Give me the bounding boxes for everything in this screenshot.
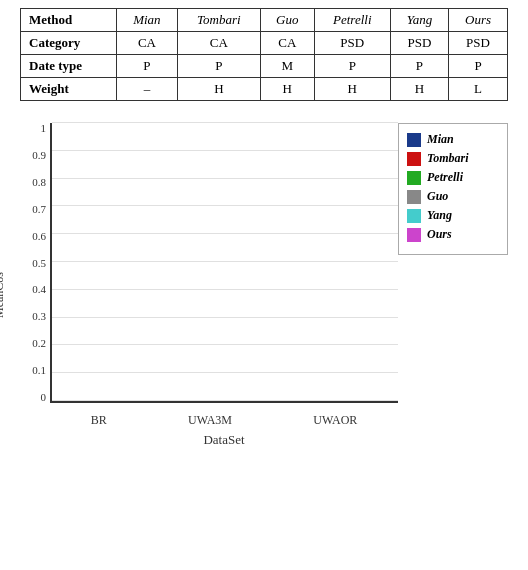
legend-color-swatch [407, 171, 421, 185]
legend-label: Petrelli [427, 170, 463, 185]
table-cell: PSD [314, 32, 390, 55]
chart-legend: MianTombariPetrelliGuoYangOurs [398, 123, 508, 255]
legend-color-swatch [407, 209, 421, 223]
table-section: MethodMianTombariGuoPetrelliYangOurs Cat… [0, 0, 528, 113]
table-row: CategoryCACACAPSDPSDPSD [21, 32, 508, 55]
table-cell: H [390, 78, 448, 101]
table-col-header-5: Yang [390, 9, 448, 32]
legend-color-swatch [407, 133, 421, 147]
x-label: BR [91, 413, 107, 428]
table-row-label: Category [21, 32, 117, 55]
chart-section: 00.10.20.30.40.50.60.70.80.91 MeanCos BR… [0, 113, 528, 473]
table-cell: M [260, 55, 314, 78]
table-cell: CA [177, 32, 260, 55]
table-cell: P [449, 55, 508, 78]
legend-color-swatch [407, 190, 421, 204]
table-cell: PSD [449, 32, 508, 55]
y-tick: 0 [32, 392, 46, 403]
y-tick: 0.3 [32, 311, 46, 322]
legend-item: Yang [407, 208, 499, 223]
y-tick: 0.6 [32, 231, 46, 242]
legend-label: Yang [427, 208, 452, 223]
legend-item: Guo [407, 189, 499, 204]
table-row: Weight–HHHHL [21, 78, 508, 101]
table-row-label: Date type [21, 55, 117, 78]
table-cell: PSD [390, 32, 448, 55]
table-col-header-3: Guo [260, 9, 314, 32]
table-col-header-2: Tombari [177, 9, 260, 32]
table-cell: H [260, 78, 314, 101]
table-cell: P [390, 55, 448, 78]
table-cell: H [314, 78, 390, 101]
y-tick: 1 [32, 123, 46, 134]
table-row: Date typePPMPPP [21, 55, 508, 78]
table-cell: P [116, 55, 177, 78]
table-col-header-0: Method [21, 9, 117, 32]
legend-item: Ours [407, 227, 499, 242]
table-cell: P [314, 55, 390, 78]
table-row-label: Weight [21, 78, 117, 101]
table-cell: P [177, 55, 260, 78]
x-axis-title: DataSet [50, 432, 398, 448]
y-tick: 0.8 [32, 177, 46, 188]
y-ticks: 00.10.20.30.40.50.60.70.80.91 [30, 123, 48, 403]
table-cell: CA [116, 32, 177, 55]
y-axis-label: MeanCos [0, 272, 7, 318]
legend-label: Mian [427, 132, 454, 147]
table-col-header-1: Mian [116, 9, 177, 32]
x-label: UWA3M [188, 413, 232, 428]
y-tick: 0.7 [32, 204, 46, 215]
legend-label: Ours [427, 227, 452, 242]
table-col-header-4: Petrelli [314, 9, 390, 32]
table-cell: H [177, 78, 260, 101]
table-col-header-6: Ours [449, 9, 508, 32]
legend-item: Mian [407, 132, 499, 147]
table-cell: – [116, 78, 177, 101]
legend-item: Tombari [407, 151, 499, 166]
table-cell: CA [260, 32, 314, 55]
chart-inner [50, 123, 398, 403]
table-header-row: MethodMianTombariGuoPetrelliYangOurs [21, 9, 508, 32]
comparison-table: MethodMianTombariGuoPetrelliYangOurs Cat… [20, 8, 508, 101]
x-axis-labels: BRUWA3MUWAOR [50, 413, 398, 428]
bars-container [52, 123, 398, 401]
chart-area: 00.10.20.30.40.50.60.70.80.91 MeanCos BR… [10, 123, 398, 453]
legend-color-swatch [407, 228, 421, 242]
legend-label: Guo [427, 189, 448, 204]
y-tick: 0.4 [32, 284, 46, 295]
table-cell: L [449, 78, 508, 101]
y-axis-ticks-container: 00.10.20.30.40.50.60.70.80.91 [12, 123, 48, 403]
x-label: UWAOR [313, 413, 357, 428]
legend-label: Tombari [427, 151, 469, 166]
legend-color-swatch [407, 152, 421, 166]
y-tick: 0.2 [32, 338, 46, 349]
y-tick: 0.9 [32, 150, 46, 161]
y-tick: 0.5 [32, 258, 46, 269]
legend-item: Petrelli [407, 170, 499, 185]
y-tick: 0.1 [32, 365, 46, 376]
